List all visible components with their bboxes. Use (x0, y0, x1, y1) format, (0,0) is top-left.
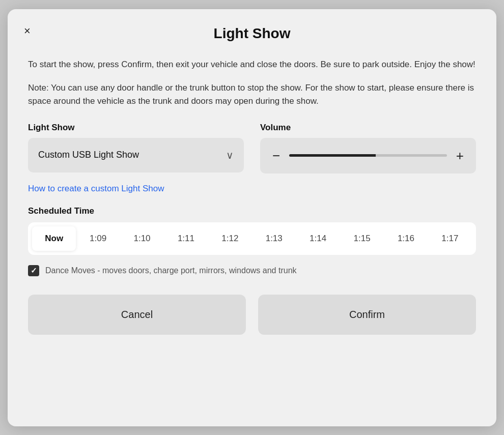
light-show-select[interactable]: Custom USB Light Show ∨ (28, 138, 244, 172)
time-option[interactable]: 1:16 (384, 226, 428, 251)
chevron-down-icon: ∨ (226, 149, 234, 161)
dance-moves-checkbox[interactable]: ✓ (28, 265, 39, 276)
time-option[interactable]: 1:09 (76, 226, 120, 251)
light-show-group: Light Show Custom USB Light Show ∨ (28, 123, 244, 173)
description-block: To start the show, press Confirm, then e… (28, 58, 476, 108)
light-show-label: Light Show (28, 123, 244, 133)
time-picker: Now1:091:101:111:121:131:141:151:161:17 (28, 222, 476, 255)
cancel-button[interactable]: Cancel (28, 295, 246, 335)
dance-moves-label: Dance Moves - moves doors, charge port, … (45, 266, 297, 275)
time-option[interactable]: 1:14 (296, 226, 340, 251)
volume-slider[interactable] (289, 154, 447, 157)
description-text-2: Note: You can use any door handle or the… (28, 81, 476, 108)
controls-row: Light Show Custom USB Light Show ∨ Volum… (28, 123, 476, 173)
buttons-row: Cancel Confirm (28, 295, 476, 335)
time-option[interactable]: 1:13 (252, 226, 296, 251)
volume-label: Volume (260, 123, 476, 133)
time-option[interactable]: Now (32, 226, 76, 251)
close-icon: × (24, 24, 31, 37)
volume-increase-button[interactable]: + (454, 149, 466, 162)
checkbox-row: ✓ Dance Moves - moves doors, charge port… (28, 265, 476, 276)
time-option[interactable]: 1:10 (120, 226, 164, 251)
volume-control: − + (260, 138, 476, 173)
time-option[interactable]: 1:12 (208, 226, 252, 251)
time-option[interactable]: 1:11 (164, 226, 208, 251)
volume-group: Volume − + (260, 123, 476, 173)
volume-decrease-button[interactable]: − (270, 149, 282, 162)
dialog-title: Light Show (28, 23, 476, 42)
light-show-dialog: × Light Show To start the show, press Co… (8, 9, 496, 426)
time-option[interactable]: 1:17 (428, 226, 472, 251)
description-text-1: To start the show, press Confirm, then e… (28, 58, 476, 71)
close-button[interactable]: × (22, 23, 33, 39)
scheduled-time-label: Scheduled Time (28, 206, 476, 216)
time-option[interactable]: 1:15 (340, 226, 384, 251)
checkmark-icon: ✓ (31, 267, 37, 274)
confirm-button[interactable]: Confirm (258, 295, 476, 335)
select-value: Custom USB Light Show (38, 150, 139, 160)
custom-light-show-link[interactable]: How to create a custom Light Show (28, 184, 164, 194)
